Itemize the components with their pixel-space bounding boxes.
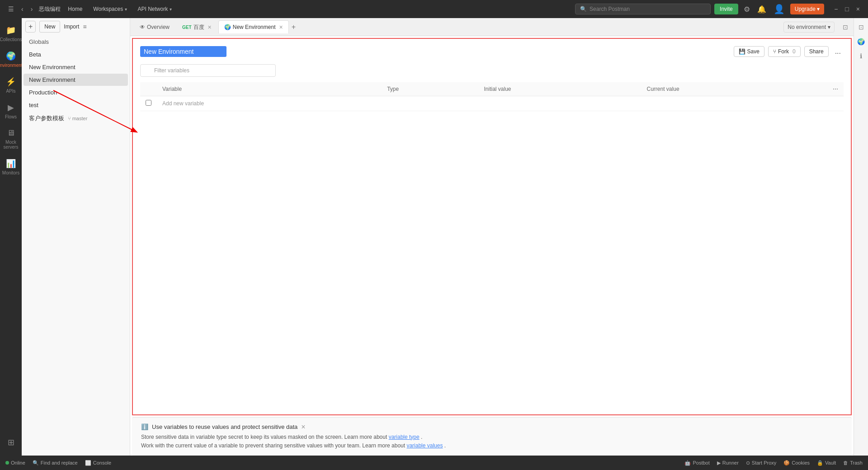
save-button[interactable]: 💾 Save <box>734 46 764 57</box>
share-button[interactable]: Share <box>804 46 829 57</box>
add-variable-cell[interactable]: Add new variable <box>157 96 382 111</box>
window-nav: ☰ ‹ › <box>5 4 35 14</box>
env-item-new-env-2[interactable]: New Environment <box>24 74 128 86</box>
import-button[interactable]: Import <box>64 21 79 33</box>
sidebar-item-integrations[interactable]: ⊞ <box>1 434 21 452</box>
flows-icon: ▶ <box>8 103 14 113</box>
runner-btn[interactable]: ▶ Runner <box>717 460 739 466</box>
type-col-header: Type <box>382 82 478 96</box>
add-new-variable-link[interactable]: Add new variable <box>162 100 204 107</box>
fork-button[interactable]: ⑂ Fork 0 <box>768 46 801 57</box>
tab-close-new-env[interactable]: × <box>279 24 283 31</box>
filter-row: 🔍 <box>140 64 844 77</box>
info-close-button[interactable]: × <box>301 423 305 431</box>
tab-overview[interactable]: 👁 Overview <box>134 21 175 33</box>
env-name-row: 💾 Save ⑂ Fork 0 Share ... <box>140 46 844 57</box>
vault-btn[interactable]: 🔒 Vault <box>817 460 836 466</box>
tab-new-env[interactable]: 🌍 New Environment × <box>218 20 289 33</box>
add-tab-button[interactable]: + <box>290 21 297 33</box>
tab-request[interactable]: GET 百度 × <box>176 20 217 34</box>
env-list-items: Globals Beta New Environment New Environ… <box>22 35 130 456</box>
env-item-production[interactable]: Production <box>24 86 128 99</box>
env-editor: 💾 Save ⑂ Fork 0 Share ... 🔍 <box>132 38 852 415</box>
window-controls: − □ × <box>831 5 863 14</box>
upgrade-dropdown-arrow: ▾ <box>817 6 820 12</box>
integrations-icon: ⊞ <box>8 437 14 447</box>
sidebar-item-label: Flows <box>5 114 17 119</box>
sidebar-toggle-right[interactable]: ⊡ <box>857 22 866 33</box>
maximize-button[interactable]: □ <box>842 5 851 14</box>
env-panel-header: + New Import ≡ <box>22 18 130 35</box>
invite-button[interactable]: Invite <box>714 4 738 14</box>
template-branch-name: master <box>72 116 88 121</box>
workspaces-link[interactable]: Workspaces ▾ <box>90 4 130 14</box>
checkbox-col-header <box>140 82 157 96</box>
env-item-test[interactable]: test <box>24 99 128 111</box>
variable-type-link[interactable]: variable type <box>389 434 420 440</box>
minimize-button[interactable]: − <box>831 5 840 14</box>
home-link[interactable]: Home <box>64 4 86 14</box>
settings-icon[interactable]: ⚙ <box>742 3 752 15</box>
search-icon: 🔍 <box>580 6 587 12</box>
cookies-btn[interactable]: 🍪 Cookies <box>783 460 810 466</box>
overview-icon: 👁 <box>140 24 145 30</box>
notifications-icon[interactable]: 🔔 <box>755 3 768 15</box>
find-replace-btn[interactable]: 🔍 Find and replace <box>33 460 78 466</box>
sidebar-item-label: Monitors <box>2 170 19 175</box>
info-bar-title: ℹ️ Use variables to reuse values and pro… <box>141 423 843 431</box>
hamburger-menu[interactable]: ☰ <box>5 4 17 14</box>
env-item-beta[interactable]: Beta <box>24 48 128 61</box>
env-quick-access[interactable]: 🌍 <box>855 36 867 47</box>
info-right-btn[interactable]: ℹ <box>858 51 864 61</box>
back-btn[interactable]: ‹ <box>19 4 26 14</box>
env-tab-icon: 🌍 <box>224 24 231 30</box>
upgrade-button[interactable]: Upgrade ▾ <box>790 4 824 14</box>
row-checkbox[interactable] <box>140 96 157 111</box>
forward-btn[interactable]: › <box>28 4 36 14</box>
initial-value-col-header: Initial value <box>478 82 641 96</box>
sidebar-item-environments[interactable]: 🌍 Environments <box>1 47 21 71</box>
start-proxy-btn[interactable]: ⊙ Start Proxy <box>746 460 776 466</box>
trash-icon: 🗑 <box>843 460 848 465</box>
api-network-link[interactable]: API Network ▾ <box>134 4 175 14</box>
sidebar-item-label: Collections <box>0 37 22 42</box>
tab-close-request[interactable]: × <box>208 24 212 31</box>
row-more <box>827 96 844 111</box>
sidebar-item-apis[interactable]: ⚡ APIs <box>1 73 21 97</box>
titlebar: ☰ ‹ › 恶哉编程 Home Workspaces ▾ API Network… <box>0 0 868 18</box>
titlebar-right: Invite ⚙ 🔔 👤 Upgrade ▾ − □ × <box>714 2 863 16</box>
variable-values-link[interactable]: variable values <box>406 442 443 449</box>
avatar-icon[interactable]: 👤 <box>772 2 787 16</box>
env-item-new-env-1[interactable]: New Environment <box>24 61 128 73</box>
no-env-selector[interactable]: No environment ▾ <box>783 22 835 33</box>
sidebar-item-collections[interactable]: 📁 Collections <box>1 22 21 46</box>
sidebar-item-label: Mock servers <box>3 140 19 150</box>
env-name-input[interactable] <box>140 46 226 57</box>
status-bar: Online 🔍 Find and replace ⬜ Console 🤖 Po… <box>0 456 868 470</box>
postbot-icon: 🤖 <box>684 460 691 466</box>
fork-icon: ⑂ <box>773 48 776 55</box>
more-options-button[interactable]: ... <box>832 47 844 56</box>
sidebar-item-flows[interactable]: ▶ Flows <box>1 99 21 123</box>
env-item-template[interactable]: 客户参数模板 ⑂ master <box>24 112 128 125</box>
sidebar-item-mock-servers[interactable]: 🖥 Mock servers <box>1 125 21 153</box>
mock-servers-icon: 🖥 <box>7 128 15 138</box>
env-item-globals[interactable]: Globals <box>24 36 128 48</box>
main-layout: 📁 Collections 🌍 Environments ⚡ APIs ▶ Fl… <box>0 18 868 456</box>
sort-button[interactable]: ≡ <box>83 21 86 33</box>
layout-toggle-btn[interactable]: ⊡ <box>841 22 850 33</box>
search-bar[interactable]: 🔍 Search Postman <box>575 4 711 14</box>
env-add-button[interactable]: + <box>25 21 36 33</box>
online-status[interactable]: Online <box>5 460 25 465</box>
type-cell <box>382 96 478 111</box>
sidebar-icons: 📁 Collections 🌍 Environments ⚡ APIs ▶ Fl… <box>0 18 22 456</box>
trash-btn[interactable]: 🗑 Trash <box>843 460 863 465</box>
postbot-btn[interactable]: 🤖 Postbot <box>684 460 709 466</box>
sidebar-item-monitors[interactable]: 📊 Monitors <box>1 155 21 179</box>
filter-input[interactable] <box>140 64 276 77</box>
new-button[interactable]: New <box>39 21 60 33</box>
template-branch-icon: ⑂ <box>68 116 72 121</box>
console-btn[interactable]: ⬜ Console <box>85 460 111 466</box>
close-button[interactable]: × <box>854 5 863 14</box>
current-value-col-header: Current value <box>642 82 827 96</box>
